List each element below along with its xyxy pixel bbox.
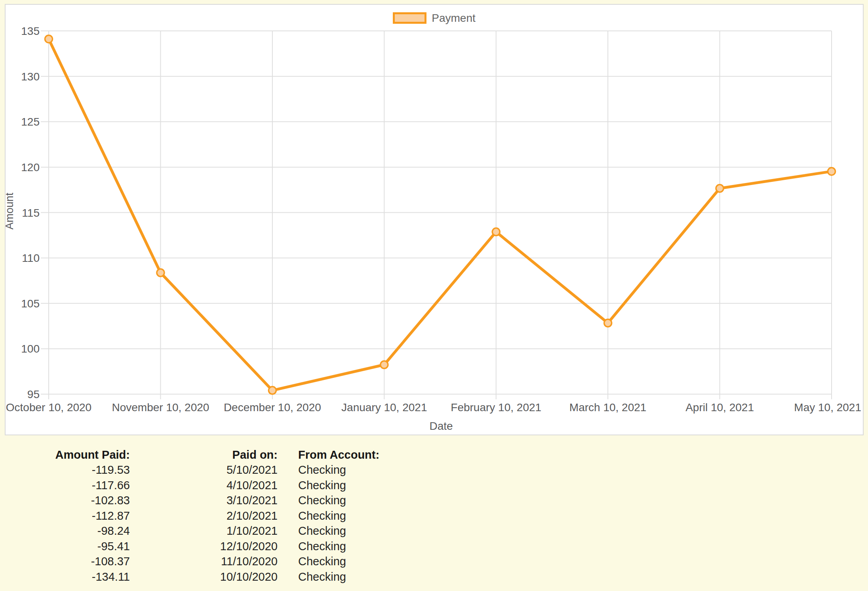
x-tick-label-0: October 10, 2020 xyxy=(6,401,91,414)
cell-amount-paid: -117.66 xyxy=(0,478,130,493)
y-tick-label-95: 95 xyxy=(27,388,40,400)
header-cell-amount-paid: Amount Paid: xyxy=(0,447,130,463)
cell-from-account: Checking xyxy=(278,508,457,524)
cell-amount-paid: -102.83 xyxy=(0,493,130,509)
y-tick-label-115: 115 xyxy=(22,207,40,219)
cell-paid-on: 3/10/2021 xyxy=(130,493,278,509)
page-root: { "page": { "background": "#FCFAE2" }, "… xyxy=(0,0,868,591)
cell-from-account: Checking xyxy=(278,463,457,478)
data-point-payment-4 xyxy=(492,228,500,236)
cell-amount-paid: -98.24 xyxy=(0,524,130,539)
y-tick-label-105: 105 xyxy=(21,297,40,310)
x-tick-label-2: December 10, 2020 xyxy=(224,401,321,414)
data-point-payment-1 xyxy=(157,269,164,276)
table-row[interactable]: -119.535/10/2021Checking xyxy=(0,463,457,478)
x-axis-title: Date xyxy=(429,420,453,432)
cell-from-account: Checking xyxy=(278,569,457,585)
cell-paid-on: 12/10/2020 xyxy=(130,539,278,554)
data-point-payment-7 xyxy=(828,168,836,175)
table-row[interactable]: -98.241/10/2021Checking xyxy=(0,524,457,539)
x-tick-label-6: April 10, 2021 xyxy=(685,401,754,414)
cell-from-account: Checking xyxy=(278,539,457,554)
payments-table: Amount Paid:Paid on:From Account: -119.5… xyxy=(0,447,457,585)
x-tick-label-3: January 10, 2021 xyxy=(341,401,427,414)
table-row[interactable]: -112.872/10/2021Checking xyxy=(0,508,457,524)
y-tick-label-120: 120 xyxy=(21,161,40,173)
y-tick-label-100: 100 xyxy=(21,343,40,355)
header-cell-paid-on: Paid on: xyxy=(130,447,278,463)
cell-amount-paid: -95.41 xyxy=(0,539,130,554)
y-tick-label-135: 135 xyxy=(21,25,40,37)
cell-from-account: Checking xyxy=(278,478,457,493)
payments-table-body: -119.535/10/2021Checking-117.664/10/2021… xyxy=(0,463,457,585)
y-tick-label-125: 125 xyxy=(21,116,40,128)
x-tick-label-4: February 10, 2021 xyxy=(451,401,541,414)
x-tick-label-5: March 10, 2021 xyxy=(569,401,647,414)
x-tick-label-7: May 10, 2021 xyxy=(794,401,861,414)
cell-amount-paid: -119.53 xyxy=(0,463,130,478)
cell-paid-on: 1/10/2021 xyxy=(130,524,278,539)
data-point-payment-0 xyxy=(45,35,53,43)
cell-amount-paid: -134.11 xyxy=(0,569,130,585)
data-point-payment-3 xyxy=(381,361,388,368)
table-header-row: Amount Paid:Paid on:From Account: xyxy=(0,447,457,463)
payment-line-chart: 95100105110115120125130135October 10, 20… xyxy=(6,5,863,435)
payments-table-header: Amount Paid:Paid on:From Account: xyxy=(0,447,457,463)
cell-paid-on: 4/10/2021 xyxy=(130,478,278,493)
cell-from-account: Checking xyxy=(278,493,457,509)
x-tick-label-1: November 10, 2020 xyxy=(112,401,209,414)
y-tick-label-130: 130 xyxy=(21,71,40,83)
header-cell-from-account: From Account: xyxy=(278,447,457,463)
series-line-payment xyxy=(49,39,832,390)
table-row[interactable]: -95.4112/10/2020Checking xyxy=(0,539,457,554)
table-row[interactable]: -102.833/10/2021Checking xyxy=(0,493,457,509)
cell-from-account: Checking xyxy=(278,524,457,539)
table-row[interactable]: -108.3711/10/2020Checking xyxy=(0,554,457,570)
data-point-payment-5 xyxy=(604,319,612,327)
cell-amount-paid: -112.87 xyxy=(0,508,130,524)
table-row[interactable]: -134.1110/10/2020Checking xyxy=(0,569,457,585)
cell-amount-paid: -108.37 xyxy=(0,554,130,570)
cell-from-account: Checking xyxy=(278,554,457,570)
table-row[interactable]: -117.664/10/2021Checking xyxy=(0,478,457,493)
y-axis-title: Amount xyxy=(6,193,15,230)
data-point-payment-6 xyxy=(716,185,723,192)
chart-panel: 95100105110115120125130135October 10, 20… xyxy=(5,4,864,435)
cell-paid-on: 5/10/2021 xyxy=(130,463,278,478)
cell-paid-on: 11/10/2020 xyxy=(130,554,278,570)
cell-paid-on: 10/10/2020 xyxy=(130,569,278,585)
y-tick-label-110: 110 xyxy=(22,252,40,264)
data-point-payment-2 xyxy=(268,387,276,394)
cell-paid-on: 2/10/2021 xyxy=(130,508,278,524)
